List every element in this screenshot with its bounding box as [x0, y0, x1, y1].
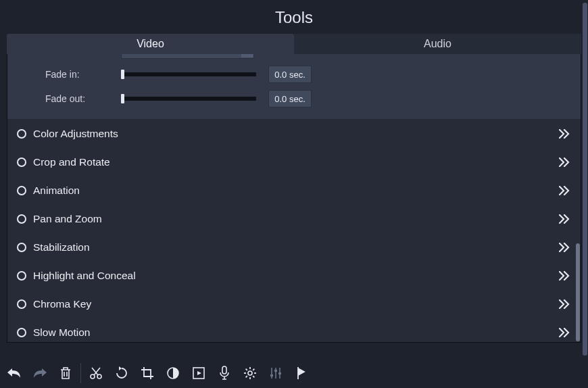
svg-rect-4: [222, 366, 226, 374]
list-item[interactable]: Crop and Rotate: [7, 149, 581, 176]
radio-icon[interactable]: [17, 299, 26, 309]
item-label: Color Adjustments: [33, 128, 559, 140]
toolbar: [0, 358, 314, 388]
color-button[interactable]: [160, 360, 186, 387]
settings-button[interactable]: [237, 360, 263, 387]
duration-row: Duration: 00:00.000: [7, 54, 581, 62]
redo-button: [27, 360, 53, 387]
duration-dropdown[interactable]: 00:00.000: [121, 54, 254, 59]
item-label: Pan and Zoom: [33, 213, 559, 225]
svg-line-10: [246, 369, 247, 370]
list-item[interactable]: Pan and Zoom: [7, 205, 581, 233]
form-area: Duration: 00:00.000 Fade in: 0.0 sec. Fa…: [7, 54, 581, 119]
svg-line-11: [253, 376, 254, 377]
item-label: Chroma Key: [33, 298, 559, 310]
chevron-right-icon: [559, 129, 571, 139]
list-item[interactable]: Stabilization: [7, 234, 581, 261]
undo-button[interactable]: [1, 360, 27, 387]
page-title: Tools: [0, 0, 588, 34]
equalizer-button: [263, 360, 289, 387]
list-item[interactable]: Animation: [7, 177, 581, 204]
radio-icon[interactable]: [17, 214, 26, 224]
clip-props-button[interactable]: [186, 360, 212, 387]
fade-in-label: Fade in:: [45, 69, 121, 80]
crop-button[interactable]: [134, 360, 160, 387]
fade-in-row: Fade in: 0.0 sec.: [7, 62, 581, 87]
delete-button[interactable]: [53, 360, 78, 387]
fade-in-value[interactable]: 0.0 sec.: [268, 66, 312, 83]
chevron-right-icon: [559, 214, 571, 224]
outer-scrollbar[interactable]: [583, 3, 587, 356]
fade-out-value[interactable]: 0.0 sec.: [268, 90, 312, 107]
chevron-right-icon: [559, 271, 571, 281]
radio-icon[interactable]: [17, 243, 26, 252]
item-label: Animation: [33, 185, 559, 197]
tab-video[interactable]: Video: [7, 34, 294, 54]
tools-list: Color AdjustmentsCrop and RotateAnimatio…: [7, 120, 581, 343]
radio-icon[interactable]: [17, 186, 26, 195]
marker-button[interactable]: [289, 360, 314, 387]
fade-out-slider[interactable]: [121, 97, 256, 101]
radio-icon[interactable]: [17, 271, 26, 281]
list-item[interactable]: Slow Motion: [7, 319, 581, 343]
tabs: Video Audio: [7, 34, 581, 54]
duration-value: 00:00.000: [122, 54, 241, 55]
list-item[interactable]: Highlight and Conceal: [7, 262, 581, 289]
chevron-down-icon[interactable]: [241, 54, 253, 57]
chevron-right-icon: [559, 243, 571, 252]
slider-thumb[interactable]: [121, 70, 124, 79]
rotate-button[interactable]: [109, 360, 134, 387]
svg-rect-17: [270, 374, 273, 377]
svg-line-13: [246, 376, 247, 377]
panel-scrollbar[interactable]: [576, 243, 580, 341]
separator: [80, 363, 81, 383]
fade-out-label: Fade out:: [45, 93, 121, 104]
svg-rect-18: [274, 370, 277, 372]
chevron-right-icon: [559, 299, 571, 309]
chevron-right-icon: [559, 328, 571, 337]
item-label: Stabilization: [33, 241, 559, 253]
chevron-right-icon: [559, 157, 571, 167]
item-label: Crop and Rotate: [33, 156, 559, 168]
list-item[interactable]: Color Adjustments: [7, 120, 581, 147]
voiceover-button[interactable]: [212, 360, 237, 387]
duration-label: Duration:: [45, 54, 121, 55]
radio-icon[interactable]: [17, 129, 26, 139]
video-panel: Duration: 00:00.000 Fade in: 0.0 sec. Fa…: [7, 54, 581, 343]
svg-point-5: [248, 371, 252, 375]
cut-button[interactable]: [83, 360, 109, 387]
item-label: Highlight and Conceal: [33, 270, 559, 282]
radio-icon[interactable]: [17, 157, 26, 167]
slider-thumb[interactable]: [121, 94, 124, 103]
list-item[interactable]: Chroma Key: [7, 291, 581, 318]
svg-line-12: [253, 369, 254, 370]
svg-rect-19: [278, 372, 281, 374]
radio-icon[interactable]: [17, 328, 26, 337]
item-label: Slow Motion: [33, 326, 559, 339]
fade-out-row: Fade out: 0.0 sec.: [7, 87, 581, 111]
fade-in-slider[interactable]: [121, 72, 256, 76]
chevron-right-icon: [559, 186, 571, 195]
tab-audio[interactable]: Audio: [294, 34, 581, 54]
